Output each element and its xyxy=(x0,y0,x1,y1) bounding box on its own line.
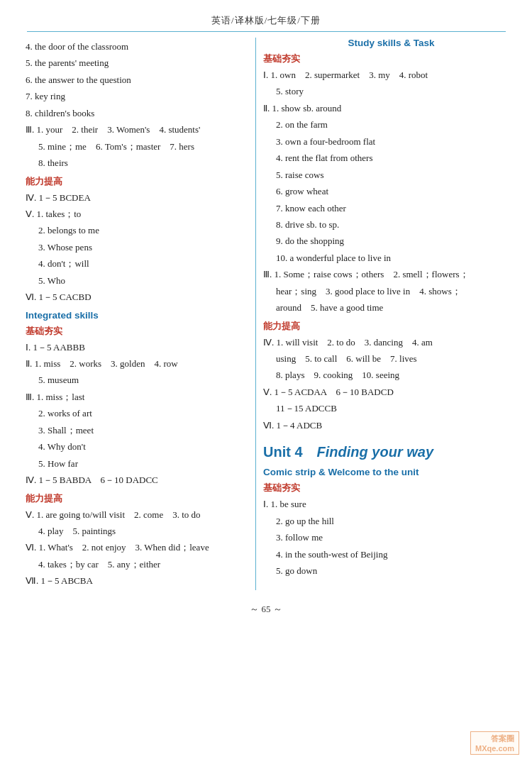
right-item-16: Ⅳ. 1. will visit 2. to do 3. dancing 4. … xyxy=(263,335,519,350)
right-item-11: 9. do the shopping xyxy=(263,233,519,248)
left-item-25: Ⅴ. 1. are going to/will visit 2. come 3.… xyxy=(26,507,250,522)
left-section-integrated: Integrated skills xyxy=(26,310,250,321)
left-item-20: 2. works of art xyxy=(26,406,250,421)
left-section-jichu1: 基础夯实 xyxy=(26,325,250,338)
left-item-7: 5. mine；me 6. Tom's；master 7. hers xyxy=(26,139,250,154)
right-item-25: 4. in the south-west of Beijing xyxy=(263,547,519,562)
left-item-17: Ⅱ. 1. miss 2. works 3. golden 4. row xyxy=(26,356,250,371)
left-item-1: 4. the door of the classroom xyxy=(26,39,250,54)
right-item-19: Ⅴ. 1－5 ACDAA 6－10 BADCD xyxy=(263,384,519,399)
right-section-jichu1: 基础夯实 xyxy=(263,52,519,65)
right-section-nengli1: 能力提高 xyxy=(263,320,519,333)
left-item-2: 5. the parents' meeting xyxy=(26,55,250,70)
left-item-23: 5. How far xyxy=(26,456,250,471)
right-section-comic: Comic strip & Welcome to the unit xyxy=(263,467,519,477)
right-column: Study skills & Task 基础夯实 Ⅰ. 1. own 2. su… xyxy=(255,38,532,590)
right-item-7: 5. raise cows xyxy=(263,167,519,182)
watermark-box: 答案圈 MXqe.com xyxy=(470,731,519,755)
right-item-3: Ⅱ. 1. show sb. around xyxy=(263,101,519,116)
header-divider xyxy=(27,31,506,32)
left-item-21: 3. Shall；meet xyxy=(26,423,250,438)
left-item-5: 8. children's books xyxy=(26,106,250,121)
left-item-6: Ⅲ. 1. your 2. their 3. Women's 4. studen… xyxy=(26,122,250,137)
left-item-24: Ⅳ. 1－5 BABDA 6－10 DADCC xyxy=(26,472,250,487)
left-item-19: Ⅲ. 1. miss；last xyxy=(26,389,250,404)
left-item-22: 4. Why don't xyxy=(26,439,250,454)
right-item-2: 5. story xyxy=(263,84,519,99)
left-item-10: Ⅴ. 1. takes；to xyxy=(26,206,250,221)
unit-title: Unit 4 Finding your way xyxy=(263,443,519,462)
right-item-8: 6. grow wheat xyxy=(263,184,519,199)
page-header-title: 英语/译林版/七年级/下册 xyxy=(0,14,532,27)
right-item-22: Ⅰ. 1. be sure xyxy=(263,497,519,511)
right-item-12: 10. a wonderful place to live in xyxy=(263,250,519,265)
right-item-18: 8. plays 9. cooking 10. seeing xyxy=(263,367,519,382)
right-item-10: 8. drive sb. to sp. xyxy=(263,217,519,232)
right-item-15: around 5. have a good time xyxy=(263,300,519,315)
page-number: ～ 65 ～ xyxy=(0,603,532,616)
left-item-14: 5. Who xyxy=(26,273,250,288)
right-item-21: Ⅵ. 1－4 ADCB xyxy=(263,418,519,433)
right-item-6: 4. rent the flat from others xyxy=(263,150,519,165)
two-column-layout: 4. the door of the classroom 5. the pare… xyxy=(0,38,532,590)
left-item-8: 8. theirs xyxy=(26,155,250,170)
left-item-18: 5. museum xyxy=(26,372,250,387)
left-item-3: 6. the answer to the question xyxy=(26,72,250,87)
left-item-13: 4. don't；will xyxy=(26,256,250,271)
right-item-17: using 5. to call 6. will be 7. lives xyxy=(263,351,519,366)
watermark: 答案圈 MXqe.com xyxy=(470,731,519,755)
watermark-line2: MXqe.com xyxy=(475,744,514,753)
right-item-24: 3. follow me xyxy=(263,530,519,545)
left-item-29: Ⅶ. 1－5 ABCBA xyxy=(26,573,250,588)
left-column: 4. the door of the classroom 5. the pare… xyxy=(0,38,255,590)
left-item-12: 3. Whose pens xyxy=(26,240,250,255)
right-item-26: 5. go down xyxy=(263,563,519,578)
right-section-study-skills: Study skills & Task xyxy=(263,38,519,48)
left-item-16: Ⅰ. 1－5 AABBB xyxy=(26,340,250,355)
left-section-nengli1: 能力提高 xyxy=(26,175,250,188)
left-item-15: Ⅵ. 1－5 CACBD xyxy=(26,289,250,304)
watermark-line1: 答案圈 xyxy=(475,733,514,744)
right-item-14: hear；sing 3. good place to live in 4. sh… xyxy=(263,284,519,299)
right-item-9: 7. know each other xyxy=(263,201,519,216)
left-item-26: 4. play 5. paintings xyxy=(26,523,250,538)
right-item-4: 2. on the farm xyxy=(263,117,519,132)
right-item-1: Ⅰ. 1. own 2. supermarket 3. my 4. robot xyxy=(263,67,519,82)
left-item-27: Ⅵ. 1. What's 2. not enjoy 3. When did；le… xyxy=(26,540,250,555)
page: 英语/译林版/七年级/下册 4. the door of the classro… xyxy=(0,0,532,776)
left-section-nengli2: 能力提高 xyxy=(26,492,250,505)
right-section-jichu2: 基础夯实 xyxy=(263,482,519,494)
left-item-28: 4. takes；by car 5. any；either xyxy=(26,557,250,572)
left-item-11: 2. belongs to me xyxy=(26,223,250,238)
right-item-5: 3. own a four-bedroom flat xyxy=(263,134,519,149)
right-item-23: 2. go up the hill xyxy=(263,514,519,528)
left-item-4: 7. key ring xyxy=(26,89,250,104)
right-item-20: 11－15 ADCCB xyxy=(263,401,519,416)
left-item-9: Ⅳ. 1－5 BCDEA xyxy=(26,190,250,205)
right-item-13: Ⅲ. 1. Some；raise cows；others 2. smell；fl… xyxy=(263,267,519,282)
